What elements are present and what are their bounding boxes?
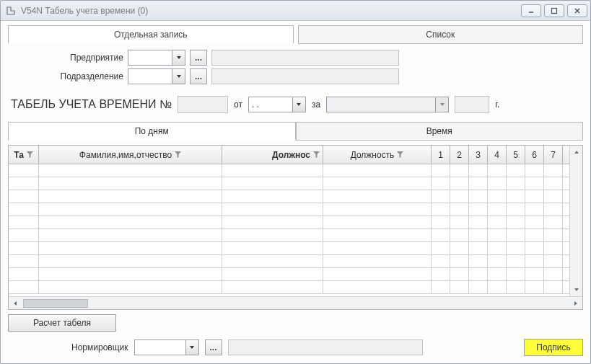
grid-body[interactable] — [9, 164, 569, 296]
tab-list[interactable]: Список — [298, 25, 584, 44]
table-cell[interactable] — [544, 190, 563, 203]
table-cell[interactable] — [507, 203, 525, 216]
table-cell[interactable] — [9, 164, 39, 177]
col-day-4[interactable]: 4 — [488, 146, 507, 164]
table-cell[interactable] — [222, 164, 323, 177]
col-day-3[interactable]: 3 — [469, 146, 488, 164]
table-cell[interactable] — [222, 177, 323, 190]
table-cell[interactable] — [39, 164, 222, 177]
table-cell[interactable] — [9, 255, 39, 267]
table-row[interactable] — [9, 203, 569, 216]
table-cell[interactable] — [450, 229, 469, 241]
table-cell[interactable] — [450, 281, 469, 293]
table-cell[interactable] — [450, 177, 469, 190]
table-row[interactable] — [9, 190, 569, 203]
table-cell[interactable] — [450, 255, 469, 267]
filter-icon[interactable] — [175, 151, 181, 158]
table-cell[interactable] — [39, 177, 222, 190]
table-cell[interactable] — [9, 268, 39, 280]
table-cell[interactable] — [488, 164, 507, 177]
table-cell[interactable] — [39, 268, 222, 280]
chevron-down-icon[interactable] — [292, 97, 305, 112]
table-cell[interactable] — [432, 203, 450, 216]
col-position-header[interactable]: Должность — [323, 146, 432, 164]
table-cell[interactable] — [9, 190, 39, 203]
tab-time[interactable]: Время — [296, 122, 584, 141]
table-cell[interactable] — [507, 164, 525, 177]
table-cell[interactable] — [525, 177, 544, 190]
table-cell[interactable] — [450, 203, 469, 216]
table-cell[interactable] — [525, 164, 544, 177]
table-cell[interactable] — [323, 229, 432, 241]
table-row[interactable] — [9, 216, 569, 229]
table-cell[interactable] — [525, 281, 544, 293]
table-cell[interactable] — [469, 177, 488, 190]
document-number-field[interactable] — [178, 96, 228, 113]
table-cell[interactable] — [469, 242, 488, 254]
table-cell[interactable] — [544, 255, 563, 267]
table-cell[interactable] — [323, 281, 432, 293]
scroll-left-icon[interactable] — [9, 297, 22, 309]
table-cell[interactable] — [525, 255, 544, 267]
close-button[interactable] — [567, 4, 587, 17]
chevron-down-icon[interactable] — [172, 69, 185, 84]
department-combo[interactable] — [128, 68, 185, 84]
table-cell[interactable] — [469, 229, 488, 241]
table-cell[interactable] — [323, 255, 432, 267]
table-cell[interactable] — [222, 242, 323, 254]
table-cell[interactable] — [544, 242, 563, 254]
table-cell[interactable] — [507, 216, 525, 228]
tab-by-days[interactable]: По дням — [8, 122, 296, 141]
table-cell[interactable] — [525, 216, 544, 228]
table-cell[interactable] — [9, 216, 39, 228]
maximize-button[interactable] — [544, 4, 564, 17]
table-cell[interactable] — [39, 229, 222, 241]
month-combo[interactable] — [326, 97, 449, 112]
col-day-1[interactable]: 1 — [432, 146, 450, 164]
table-cell[interactable] — [9, 281, 39, 293]
department-lookup-button[interactable]: ... — [190, 68, 207, 84]
table-cell[interactable] — [39, 281, 222, 293]
table-cell[interactable] — [507, 281, 525, 293]
table-cell[interactable] — [432, 281, 450, 293]
table-cell[interactable] — [432, 216, 450, 228]
table-cell[interactable] — [222, 203, 323, 216]
table-cell[interactable] — [432, 268, 450, 280]
table-cell[interactable] — [488, 242, 507, 254]
minimize-button[interactable] — [521, 4, 541, 17]
scrollbar-thumb[interactable] — [23, 299, 88, 308]
filter-icon[interactable] — [397, 151, 403, 158]
table-cell[interactable] — [39, 242, 222, 254]
table-cell[interactable] — [488, 255, 507, 267]
filter-icon[interactable] — [27, 151, 33, 158]
table-cell[interactable] — [450, 242, 469, 254]
table-row[interactable] — [9, 255, 569, 268]
horizontal-scrollbar[interactable] — [9, 296, 582, 309]
table-cell[interactable] — [544, 164, 563, 177]
table-cell[interactable] — [323, 177, 432, 190]
table-cell[interactable] — [9, 177, 39, 190]
table-cell[interactable] — [544, 216, 563, 228]
table-cell[interactable] — [507, 268, 525, 280]
table-cell[interactable] — [323, 242, 432, 254]
table-cell[interactable] — [488, 281, 507, 293]
table-cell[interactable] — [432, 242, 450, 254]
col-fio-header[interactable]: Фамилия,имя,отчество — [39, 146, 222, 164]
table-cell[interactable] — [222, 281, 323, 293]
col-day-2[interactable]: 2 — [450, 146, 469, 164]
scroll-right-icon[interactable] — [569, 297, 582, 309]
col-day-7[interactable]: 7 — [544, 146, 563, 164]
table-cell[interactable] — [222, 229, 323, 241]
table-cell[interactable] — [323, 190, 432, 203]
table-cell[interactable] — [507, 190, 525, 203]
table-cell[interactable] — [469, 268, 488, 280]
col-day-6[interactable]: 6 — [525, 146, 544, 164]
table-row[interactable] — [9, 164, 569, 177]
table-cell[interactable] — [222, 216, 323, 228]
table-row[interactable] — [9, 177, 569, 190]
table-cell[interactable] — [323, 268, 432, 280]
chevron-down-icon[interactable] — [172, 50, 185, 65]
table-cell[interactable] — [432, 164, 450, 177]
table-cell[interactable] — [544, 203, 563, 216]
scroll-down-icon[interactable] — [570, 283, 582, 296]
